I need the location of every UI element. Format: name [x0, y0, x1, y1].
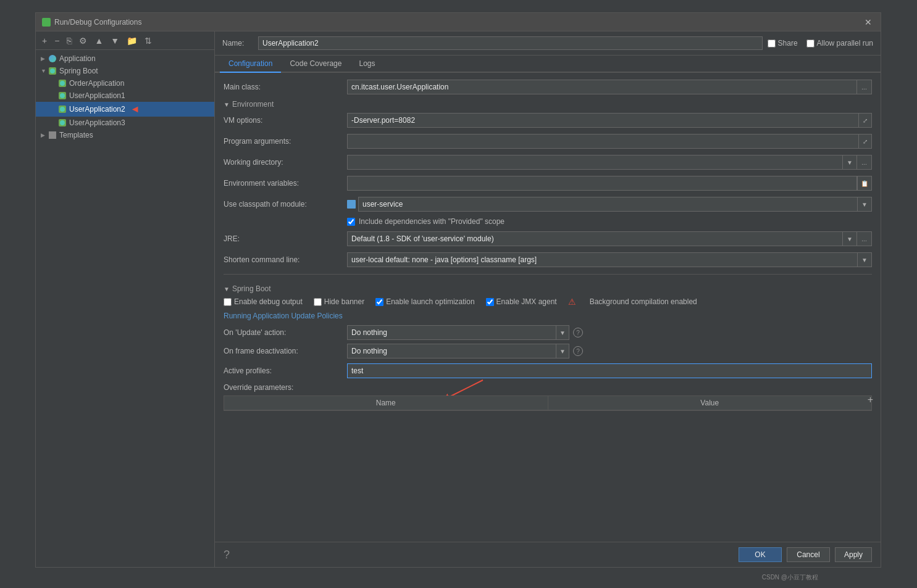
tree-label-application: Application — [59, 54, 96, 63]
shorten-input[interactable] — [347, 252, 858, 267]
move-up-button[interactable]: ▲ — [92, 35, 106, 47]
tab-configuration[interactable]: Configuration — [220, 56, 281, 73]
debug-output-checkbox[interactable] — [224, 298, 232, 306]
dialog-title: Run/Debug Configurations — [54, 18, 141, 27]
main-class-label: Main class: — [224, 83, 347, 91]
title-bar: Run/Debug Configurations ✕ — [36, 13, 881, 31]
jmx-agent-checkbox[interactable] — [486, 298, 494, 306]
springboot-section-label: Spring Boot — [232, 284, 271, 293]
tree-item-userapplication2[interactable]: UserApplication2 ◄ — [36, 102, 214, 117]
program-args-label: Program arguments: — [224, 137, 347, 146]
classpath-label: Use classpath of module: — [224, 200, 347, 209]
env-vars-input[interactable] — [347, 176, 857, 191]
launch-opt-checkbox[interactable] — [375, 298, 383, 306]
left-panel: + − ⎘ ⚙ ▲ ▼ 📁 ⇅ ▶ Application ▼ — [36, 31, 215, 567]
add-config-button[interactable]: + — [40, 35, 49, 47]
env-vars-label: Environment variables: — [224, 179, 347, 188]
tree-item-userapplication1[interactable]: UserApplication1 — [36, 89, 214, 102]
ok-button[interactable]: OK — [739, 547, 782, 562]
params-table-wrapper: Name Value + — [224, 395, 872, 411]
springboot-section-header: ▼ Spring Boot — [224, 284, 872, 293]
running-policies-section: Running Application Update Policies On '… — [224, 312, 872, 358]
module-select-wrap: ▼ — [347, 197, 872, 212]
shorten-row: Shorten command line: ▼ — [224, 252, 872, 268]
frame-deactivation-help-icon[interactable]: ? — [573, 346, 583, 356]
override-params-label: Override parameters: — [224, 383, 872, 392]
jre-input[interactable] — [347, 231, 843, 246]
main-class-input[interactable] — [347, 80, 857, 94]
tree-label-springboot: Spring Boot — [59, 67, 98, 75]
allow-parallel-checkbox[interactable] — [806, 39, 814, 48]
tree-item-application[interactable]: ▶ Application — [36, 52, 214, 65]
hide-banner-checkbox[interactable] — [314, 298, 322, 306]
running-policies-title: Running Application Update Policies — [224, 312, 872, 320]
launch-opt-item: Enable launch optimization — [375, 297, 474, 306]
active-profiles-label: Active profiles: — [224, 366, 347, 375]
name-input[interactable] — [258, 36, 763, 50]
classpath-module-input[interactable] — [358, 197, 858, 212]
springboot-section-arrow[interactable]: ▼ — [224, 286, 230, 292]
folder-button[interactable]: 📁 — [124, 35, 140, 47]
move-down-button[interactable]: ▼ — [108, 35, 122, 47]
tab-logs[interactable]: Logs — [350, 56, 383, 73]
active-profiles-input[interactable] — [347, 363, 872, 378]
launch-opt-label: Enable launch optimization — [386, 297, 474, 306]
vm-options-label: VM options: — [224, 116, 347, 125]
share-checkbox[interactable] — [768, 39, 776, 48]
tab-code-coverage[interactable]: Code Coverage — [281, 56, 350, 73]
vm-options-expand-button[interactable]: ⤢ — [859, 113, 872, 128]
main-class-browse-button[interactable]: ... — [857, 80, 872, 94]
tree-label-templates: Templates — [59, 131, 93, 139]
include-deps-checkbox[interactable] — [347, 218, 355, 226]
remove-config-button[interactable]: − — [52, 35, 62, 47]
tree-item-springboot[interactable]: ▼ Spring Boot — [36, 65, 214, 77]
working-dir-browse-button[interactable]: ... — [857, 155, 872, 170]
jre-browse-button[interactable]: ... — [857, 231, 872, 246]
environment-section-header: ▼ Environment — [224, 100, 872, 109]
classpath-dropdown-button[interactable]: ▼ — [858, 197, 872, 212]
add-param-button[interactable]: + — [868, 394, 873, 405]
env-vars-row: Environment variables: 📋 — [224, 175, 872, 191]
help-button[interactable]: ? — [224, 549, 230, 561]
apply-button[interactable]: Apply — [835, 547, 872, 562]
config-tree: ▶ Application ▼ Spring Boot OrderApplica… — [36, 50, 214, 567]
working-dir-input[interactable] — [347, 155, 843, 170]
program-args-row: Program arguments: ⤢ — [224, 133, 872, 149]
red-arrow-indicator: ◄ — [130, 104, 140, 115]
error-icon: ⚠ — [568, 297, 576, 307]
close-button[interactable]: ✕ — [862, 17, 874, 27]
bg-compilation-label: Background compilation enabled — [590, 297, 697, 306]
env-vars-browse-button[interactable]: 📋 — [857, 176, 872, 191]
spring-boot-section: ▼ Spring Boot Enable debug output Hide b… — [224, 274, 872, 411]
tree-label-orderapplication: OrderApplication — [69, 79, 124, 88]
debug-output-label: Enable debug output — [234, 297, 303, 306]
program-args-expand-button[interactable]: ⤢ — [859, 134, 872, 149]
tree-item-templates[interactable]: ▶ Templates — [36, 129, 214, 141]
environment-arrow[interactable]: ▼ — [224, 101, 230, 108]
update-action-help-icon[interactable]: ? — [573, 328, 583, 337]
frame-deactivation-select[interactable]: Do nothing — [347, 344, 556, 358]
user-app3-icon — [58, 118, 67, 127]
jmx-agent-item: Enable JMX agent — [486, 297, 557, 306]
update-action-dropdown-arrow[interactable]: ▼ — [556, 325, 569, 340]
main-class-row: Main class: ... — [224, 79, 872, 95]
tree-item-userapplication3[interactable]: UserApplication3 — [36, 117, 214, 129]
frame-deactivation-dropdown-arrow[interactable]: ▼ — [556, 344, 569, 358]
copy-config-button[interactable]: ⎘ — [64, 35, 74, 47]
working-dir-dropdown-button[interactable]: ▼ — [843, 155, 857, 170]
tree-item-orderapplication[interactable]: OrderApplication — [36, 77, 214, 89]
cancel-button[interactable]: Cancel — [787, 547, 830, 562]
shorten-dropdown-button[interactable]: ▼ — [858, 252, 872, 267]
params-col-value-header: Value — [548, 396, 872, 410]
active-profiles-row: Active profiles: — [224, 363, 872, 378]
sort-button[interactable]: ⇅ — [142, 35, 154, 47]
program-args-input[interactable] — [347, 134, 859, 149]
settings-button[interactable]: ⚙ — [77, 35, 90, 47]
update-action-label: On 'Update' action: — [224, 328, 347, 337]
tree-label-userapplication1: UserApplication1 — [69, 91, 125, 100]
config-content: Main class: ... ▼ Environment VM options… — [215, 73, 881, 542]
jre-dropdown-button[interactable]: ▼ — [843, 231, 857, 246]
right-panel: Name: Share Allow parallel run Configu — [215, 31, 881, 567]
update-action-select[interactable]: Do nothing — [347, 325, 556, 340]
vm-options-input[interactable] — [347, 113, 859, 128]
